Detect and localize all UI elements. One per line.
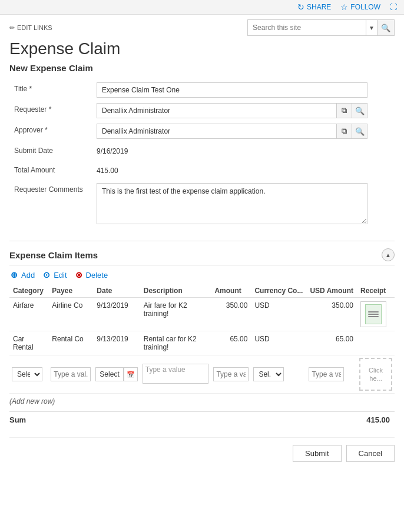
search-dropdown-btn[interactable]: ▼ (366, 20, 377, 35)
add-button[interactable]: ⊕ Add (9, 270, 35, 280)
items-table-body: Airfare Airline Co 9/13/2019 Air fare fo… (9, 298, 395, 394)
items-table: Category Payee Date Description Amount C… (9, 284, 395, 394)
receipt-thumbnail[interactable] (360, 301, 386, 327)
amount-input[interactable] (213, 367, 249, 381)
edit-icon: ✏ (9, 24, 15, 32)
cancel-button[interactable]: Cancel (346, 445, 395, 462)
col-date: Date (93, 284, 140, 298)
add-new-row-label[interactable]: (Add new row) (9, 394, 395, 409)
row1-description: Air fare for K2 training! (140, 298, 211, 331)
add-icon: ⊕ (9, 270, 19, 280)
search-button[interactable]: 🔍 (377, 20, 394, 35)
col-currency-code: Currency Co... (251, 284, 306, 298)
follow-label: FOLLOW (350, 3, 380, 11)
table-row: Airfare Airline Co 9/13/2019 Air fare fo… (9, 298, 395, 331)
follow-action[interactable]: ☆ FOLLOW (340, 2, 380, 12)
receipt-image (365, 304, 382, 324)
input-row: Sele... Select 📅 Type a value (9, 355, 395, 394)
row1-payee: Airline Co (48, 298, 93, 331)
edit-links[interactable]: ✏ EDIT LINKS (9, 24, 52, 32)
add-label: Add (21, 271, 35, 280)
description-textarea[interactable]: Type a value (143, 364, 209, 384)
comments-textarea[interactable]: This is the first test of the expense cl… (97, 183, 367, 224)
search-icon: 🔍 (381, 24, 390, 32)
category-select[interactable]: Sele... (12, 367, 42, 381)
row2-usd-amount: 65.00 (306, 331, 357, 355)
row1-currency: USD (251, 298, 306, 331)
page-title: Expense Claim (0, 36, 404, 63)
approver-label: Approver * (9, 121, 92, 142)
submit-date-value: 9/16/2019 (97, 144, 390, 158)
edit-label: Edit (54, 271, 67, 280)
approver-value-cell: ⧉ 🔍 (92, 121, 395, 142)
row2-currency: USD (251, 331, 306, 355)
total-amount-value-cell: 415.00 (92, 161, 395, 181)
comments-row: Requester Comments This is the first tes… (9, 181, 395, 229)
share-icon: ↻ (297, 2, 304, 12)
edit-button[interactable]: ⊙ Edit (42, 270, 67, 280)
delete-icon: ⊗ (74, 270, 84, 280)
input-payee-cell (48, 355, 93, 394)
maximize-action[interactable]: ⛶ (390, 3, 397, 11)
submit-date-label: Submit Date (9, 142, 92, 161)
delete-button[interactable]: ⊗ Delete (74, 270, 108, 280)
edit-circle-icon: ⊙ (42, 270, 51, 280)
items-table-head: Category Payee Date Description Amount C… (9, 284, 395, 298)
row2-description: Rental car for K2 training! (140, 331, 211, 355)
column-header-row: Category Payee Date Description Amount C… (9, 284, 395, 298)
requester-label: Requester * (9, 101, 92, 121)
row1-amount: 350.00 (211, 298, 251, 331)
row1-date: 9/13/2019 (93, 298, 140, 331)
approver-copy-btn[interactable]: ⧉ (337, 124, 352, 139)
row2-payee: Rental Co (48, 331, 93, 355)
input-date-cell: Select 📅 (93, 355, 140, 394)
input-currency-cell: Sel... (251, 355, 306, 394)
date-calendar-btn[interactable]: 📅 (124, 367, 138, 381)
row2-receipt (357, 331, 395, 355)
currency-select[interactable]: Sel... (253, 367, 284, 381)
requester-row: Requester * ⧉ 🔍 (9, 101, 395, 121)
share-action[interactable]: ↻ SHARE (297, 2, 331, 12)
items-section-title: Expense Claim Items (9, 250, 98, 260)
items-header: Expense Claim Items ▲ (9, 248, 395, 265)
requester-lookup-btn[interactable]: 🔍 (352, 103, 367, 118)
submit-date-row: Submit Date 9/16/2019 (9, 142, 395, 161)
approver-lookup-btn[interactable]: 🔍 (352, 124, 367, 139)
submit-date-value-cell: 9/16/2019 (92, 142, 395, 161)
requester-input[interactable] (97, 103, 337, 118)
sum-row: Sum 415.00 (9, 411, 395, 428)
footer-buttons: Submit Cancel (9, 437, 395, 462)
form-table: Title * Requester * ⧉ 🔍 Approver * ⧉ (9, 80, 395, 229)
click-here-upload[interactable]: Click he... (359, 358, 392, 391)
usd-amount-input[interactable] (309, 367, 344, 381)
comments-label: Requester Comments (9, 181, 92, 229)
total-amount-row: Total Amount 415.00 (9, 161, 395, 181)
title-input[interactable] (97, 82, 367, 98)
title-row: Title * (9, 80, 395, 101)
row1-category: Airfare (9, 298, 48, 331)
date-select-btn[interactable]: Select (95, 367, 123, 381)
collapse-button[interactable]: ▲ (382, 248, 395, 261)
input-description-cell: Type a value (140, 355, 211, 394)
input-category-cell: Sele... (9, 355, 48, 394)
requester-field: ⧉ 🔍 (97, 103, 367, 118)
search-input[interactable] (248, 24, 366, 32)
col-description: Description (140, 284, 211, 298)
receipt-lines (368, 310, 379, 318)
row2-amount: 65.00 (211, 331, 251, 355)
requester-value-cell: ⧉ 🔍 (92, 101, 395, 121)
row2-date: 9/13/2019 (93, 331, 140, 355)
payee-input[interactable] (51, 367, 91, 381)
title-value-cell (92, 80, 395, 101)
input-receipt-cell: Click he... (357, 355, 395, 394)
edit-links-label: EDIT LINKS (17, 24, 52, 31)
share-label: SHARE (307, 3, 331, 11)
input-amount-cell (211, 355, 251, 394)
approver-input[interactable] (97, 124, 337, 139)
submit-button[interactable]: Submit (293, 445, 341, 462)
items-toolbar: ⊕ Add ⊙ Edit ⊗ Delete (9, 270, 395, 280)
total-amount-value: 415.00 (97, 164, 390, 178)
main-content: New Expense Claim Title * Requester * ⧉ … (0, 63, 404, 471)
sum-label: Sum (9, 415, 26, 424)
requester-copy-btn[interactable]: ⧉ (337, 103, 352, 118)
